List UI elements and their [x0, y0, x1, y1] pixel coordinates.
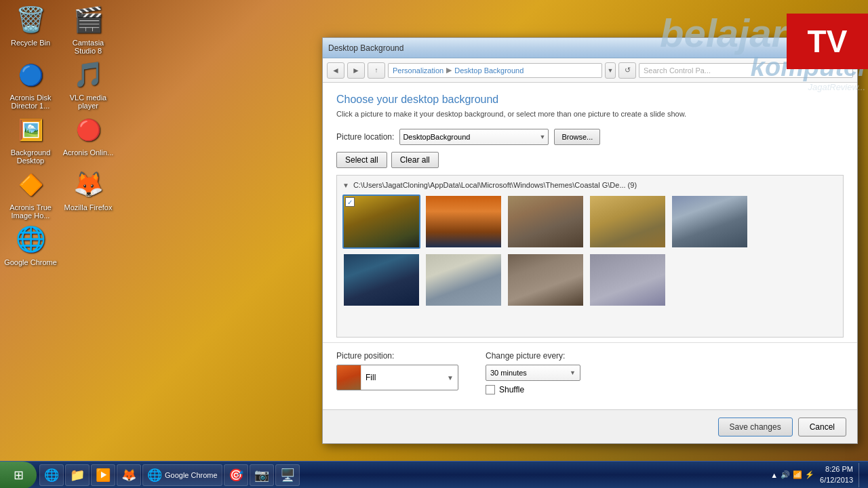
icon-acronis-online[interactable]: 🔴 Acronis Onlin...	[61, 113, 115, 165]
taskbar-item-chrome[interactable]: 🌐 Google Chrome	[142, 464, 222, 486]
icon-vlc[interactable]: 🎵 VLC media player	[61, 58, 115, 110]
title-bar-text: Desktop Background	[328, 43, 806, 53]
close-button[interactable]: ✕	[837, 41, 852, 55]
show-desktop-button[interactable]	[859, 463, 863, 487]
thumbnail-9[interactable]	[589, 253, 667, 307]
notification-icon-1: ▲	[770, 471, 778, 479]
taskbar-item-ie[interactable]: 🌐	[39, 464, 64, 486]
ie-icon: 🌐	[44, 468, 59, 483]
thumbnail-3[interactable]	[507, 195, 585, 249]
breadcrumb-item-1[interactable]: Desktop Background	[454, 66, 524, 75]
thumbnail-8-image	[508, 254, 583, 306]
change-every-value: 30 minutes	[490, 369, 527, 377]
taskbar-items: 🌐 📁 ▶️ 🦊 🌐 Google Chrome 🎯 📷 🖥️	[37, 462, 765, 488]
taskbar-item-explorer[interactable]: 📁	[65, 464, 90, 486]
breadcrumb-item-0[interactable]: Personalization	[393, 66, 443, 75]
taskbar-item-app5[interactable]: 🎯	[224, 464, 248, 486]
change-every-section: Change picture every: 30 minutes ▼ Shuff…	[486, 351, 580, 394]
settings-row: Picture position: Fill ▼ Change picture …	[336, 351, 844, 394]
thumbnail-4-image	[590, 196, 665, 247]
location-dropdown-icon: ▼	[539, 134, 545, 140]
clock-date: 6/12/2013	[820, 475, 853, 485]
app7-icon: 🖥️	[280, 468, 295, 483]
thumbnail-2[interactable]	[425, 195, 502, 249]
network-icon: 📶	[793, 470, 802, 479]
change-every-label: Change picture every:	[486, 351, 580, 361]
minimize-button[interactable]: ─	[806, 41, 821, 55]
dialog-footer: Save changes Cancel	[323, 409, 857, 443]
icon-camtasia[interactable]: 🎬 Camtasia Studio 8	[61, 3, 115, 55]
up-button[interactable]: ↑	[368, 62, 385, 79]
browse-button[interactable]: Browse...	[554, 129, 600, 145]
location-row: Picture location: DesktopBackground ▼ Br…	[336, 129, 844, 145]
icon-chrome[interactable]: 🌐 Google Chrome	[3, 223, 58, 266]
desktop-icons: 🗑️ Recycle Bin 🎬 Camtasia Studio 8 🔵 Acr…	[3, 3, 115, 266]
icon-acronis-disk[interactable]: 🔵 Acronis Disk Director 1...	[3, 58, 58, 110]
forward-button[interactable]: ►	[347, 62, 365, 79]
breadcrumb: Personalization ▶ Desktop Background	[393, 66, 524, 75]
start-icon: ⊞	[14, 468, 24, 483]
taskbar-item-app6[interactable]: 📷	[250, 464, 274, 486]
thumbnail-4[interactable]	[589, 195, 667, 249]
thumbnail-3-image	[508, 196, 583, 247]
cancel-button[interactable]: Cancel	[798, 418, 846, 436]
group-header[interactable]: ▼ C:\Users\JagatCloning\AppData\Local\Mi…	[342, 181, 837, 189]
dialog-window: Desktop Background ─ □ ✕ ◄ ► ↑ Personali…	[322, 37, 858, 444]
thumbnail-1-image	[344, 196, 419, 247]
change-every-select[interactable]: 30 minutes ▼	[486, 365, 580, 381]
power-icon: ⚡	[805, 470, 814, 479]
location-select[interactable]: DesktopBackground ▼	[399, 129, 549, 145]
change-every-dropdown-icon: ▼	[570, 369, 576, 376]
group-collapse-icon: ▼	[342, 182, 349, 189]
address-dropdown-button[interactable]: ▼	[605, 62, 616, 79]
group-path: C:\Users\JagatCloning\AppData\Local\Micr…	[353, 181, 637, 189]
icon-recycle-bin[interactable]: 🗑️ Recycle Bin	[3, 3, 58, 55]
thumbnail-2-image	[426, 196, 501, 247]
explorer-icon: 📁	[70, 468, 85, 483]
taskbar-item-firefox[interactable]: 🦊	[117, 464, 141, 486]
address-field[interactable]: Personalization ▶ Desktop Background	[388, 63, 602, 78]
thumbnail-5[interactable]	[671, 195, 749, 249]
maximize-button[interactable]: □	[822, 41, 836, 55]
icon-firefox[interactable]: 🦊 Mozilla Firefox	[61, 168, 115, 220]
start-button[interactable]: ⊞	[0, 462, 37, 489]
taskbar-item-app7[interactable]: 🖥️	[275, 464, 300, 486]
firefox-icon: 🦊	[121, 468, 136, 483]
select-all-button[interactable]: Select all	[336, 152, 387, 168]
thumbnail-1[interactable]: ✓	[342, 195, 420, 249]
refresh-button[interactable]: ↺	[618, 62, 636, 79]
thumbnail-1-check: ✓	[345, 197, 355, 207]
search-field[interactable]: Search Control Pa...	[639, 63, 853, 78]
select-row: Select all Clear all	[336, 152, 844, 168]
position-dropdown-icon: ▼	[443, 374, 458, 382]
thumbnail-6[interactable]	[342, 253, 420, 307]
location-label: Picture location:	[336, 132, 394, 142]
image-row-1: ✓	[342, 195, 837, 249]
position-preview-image	[337, 365, 361, 390]
chrome-label: Google Chrome	[165, 471, 218, 479]
sound-icon: 🔊	[781, 470, 790, 479]
bottom-section: Picture position: Fill ▼ Change picture …	[323, 342, 857, 409]
chrome-icon: 🌐	[147, 468, 162, 483]
save-changes-button[interactable]: Save changes	[718, 418, 793, 436]
shuffle-checkbox[interactable]	[486, 385, 495, 394]
thumbnail-5-image	[672, 196, 747, 247]
icon-bg-desktop[interactable]: 🖼️ Background Desktop	[3, 113, 58, 165]
thumbnail-9-image	[590, 254, 665, 306]
thumbnail-8[interactable]	[507, 253, 585, 307]
back-button[interactable]: ◄	[327, 62, 344, 79]
icon-acronis-true[interactable]: 🔶 Acronis True Image Ho...	[3, 168, 58, 220]
position-section: Picture position: Fill ▼	[336, 351, 458, 390]
clear-all-button[interactable]: Clear all	[391, 152, 439, 168]
position-select[interactable]: Fill ▼	[336, 365, 458, 390]
media-icon: ▶️	[96, 468, 111, 483]
image-row-2	[342, 253, 837, 307]
content-area: Choose your desktop background Click a p…	[323, 83, 857, 342]
taskbar-item-media[interactable]: ▶️	[91, 464, 115, 486]
thumbnail-7[interactable]	[425, 253, 502, 307]
taskbar: ⊞ 🌐 📁 ▶️ 🦊 🌐 Google Chrome 🎯 �	[0, 461, 868, 488]
image-grid: ▼ C:\Users\JagatCloning\AppData\Local\Mi…	[336, 175, 844, 338]
position-label: Picture position:	[336, 351, 458, 361]
clock-area[interactable]: 8:26 PM 6/12/2013	[820, 464, 853, 485]
app6-icon: 📷	[254, 468, 269, 483]
